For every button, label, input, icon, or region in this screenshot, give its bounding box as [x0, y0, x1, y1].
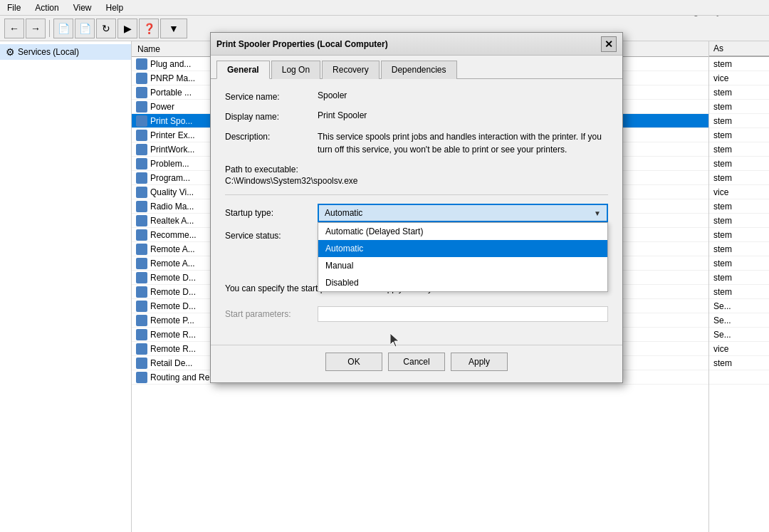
- dropdown-item-disabled[interactable]: Disabled: [318, 274, 607, 291]
- right-col-cell: vice: [709, 185, 769, 199]
- right-col-label: As: [709, 41, 769, 56]
- service-gear-icon: [136, 272, 147, 283]
- right-col-cell: stem: [709, 128, 769, 142]
- toolbar-btn-1[interactable]: 📄: [53, 19, 73, 38]
- right-col-cell: stem: [709, 199, 769, 214]
- menu-help[interactable]: Help: [102, 1, 128, 14]
- service-gear-icon: [136, 115, 147, 127]
- service-gear-icon: [136, 101, 147, 113]
- service-gear-icon: [136, 87, 147, 98]
- tree-node-label: Services (Local): [18, 47, 79, 57]
- right-col-cell: stem: [709, 57, 769, 71]
- service-gear-icon: [136, 286, 147, 298]
- startup-dropdown-list[interactable]: Automatic (Delayed Start) Automatic Manu…: [318, 222, 608, 292]
- menu-action[interactable]: Action: [31, 1, 63, 14]
- service-status-label: Service status:: [225, 231, 318, 241]
- service-gear-icon: [136, 73, 147, 84]
- startup-select-container: Automatic ▼ Automatic (Delayed Start) Au…: [318, 204, 608, 222]
- tab-logon[interactable]: Log On: [271, 61, 320, 79]
- dialog-title: Print Spooler Properties (Local Computer…: [216, 39, 388, 49]
- toolbar-btn-3[interactable]: ↻: [96, 19, 116, 38]
- service-gear-icon: [136, 215, 147, 226]
- display-name-row: Display name: Print Spooler: [225, 110, 608, 122]
- dialog-title-bar: Print Spooler Properties (Local Computer…: [211, 33, 622, 56]
- service-name-label: Service name:: [225, 90, 318, 102]
- service-gear-icon: [136, 343, 147, 355]
- path-section: Path to executable: C:\Windows\System32\…: [225, 165, 608, 186]
- start-params-input[interactable]: [318, 306, 608, 322]
- service-gear-icon: [136, 58, 147, 70]
- right-col-cell: stem: [709, 242, 769, 256]
- service-gear-icon: [136, 301, 147, 312]
- toolbar-btn-4[interactable]: ▶: [117, 19, 137, 38]
- menu-file[interactable]: File: [3, 1, 25, 14]
- right-col-cell: stem: [709, 157, 769, 171]
- dialog-close-button[interactable]: ✕: [601, 36, 617, 52]
- dialog-tabs: General Log On Recovery Dependencies: [211, 56, 622, 79]
- description-label: Description:: [225, 130, 318, 142]
- cancel-button[interactable]: Cancel: [388, 353, 445, 371]
- service-gear-icon: [136, 144, 147, 155]
- right-col-values: stemvicestemstemstemstemstemstemstemvice…: [709, 57, 769, 385]
- startup-type-row: Startup type: Automatic ▼ Automatic (Del…: [225, 204, 608, 222]
- tab-recovery[interactable]: Recovery: [322, 61, 380, 79]
- service-gear-icon: [136, 244, 147, 255]
- right-col-cell: Se...: [709, 313, 769, 328]
- toolbar-btn-2[interactable]: 📄: [75, 19, 95, 38]
- divider: [225, 194, 608, 195]
- right-col-cell: Se...: [709, 328, 769, 342]
- toolbar-btn-6[interactable]: ▼: [160, 19, 187, 38]
- right-col-cell: stem: [709, 214, 769, 228]
- right-col-header: As: [709, 41, 769, 57]
- service-gear-icon: [136, 172, 147, 184]
- service-gear-icon: [136, 258, 147, 269]
- start-params-label: Start parameters:: [225, 309, 318, 319]
- right-col-cell: stem: [709, 285, 769, 299]
- service-name-row: Service name: Spooler: [225, 90, 608, 102]
- menu-view[interactable]: View: [69, 1, 96, 14]
- display-name-value: Print Spooler: [318, 110, 608, 120]
- right-col-cell: stem: [709, 256, 769, 271]
- apply-button[interactable]: Apply: [451, 353, 508, 371]
- right-col-cell: vice: [709, 71, 769, 85]
- service-gear-icon: [136, 229, 147, 241]
- right-col-cell: stem: [709, 114, 769, 128]
- start-params-row: Start parameters:: [225, 306, 608, 322]
- service-gear-icon: [136, 187, 147, 198]
- back-button[interactable]: ←: [4, 19, 24, 38]
- toolbar-separator: [49, 20, 50, 37]
- right-col-cell: vice: [709, 342, 769, 356]
- select-arrow-icon: ▼: [594, 209, 601, 217]
- description-value: This service spools print jobs and handl…: [318, 130, 608, 156]
- right-col-cell: stem: [709, 142, 769, 157]
- path-label: Path to executable:: [225, 165, 608, 174]
- service-gear-icon: [136, 372, 147, 383]
- startup-type-selected-value: Automatic: [325, 208, 362, 218]
- menu-bar: File Action View Help: [0, 0, 769, 16]
- startup-type-select[interactable]: Automatic ▼: [318, 204, 608, 222]
- display-name-label: Display name:: [225, 110, 318, 122]
- tab-general[interactable]: General: [216, 61, 270, 79]
- dialog-body: Service name: Spooler Display name: Prin…: [211, 79, 622, 345]
- ok-button[interactable]: OK: [325, 353, 382, 371]
- right-col-cell: Se...: [709, 299, 769, 313]
- left-panel: ⚙ Services (Local): [0, 41, 132, 532]
- right-col-cell: [709, 370, 769, 385]
- tab-dependencies[interactable]: Dependencies: [381, 61, 457, 79]
- dialog: Print Spooler Properties (Local Computer…: [210, 32, 623, 383]
- toolbar-btn-5[interactable]: ❓: [139, 19, 159, 38]
- dropdown-item-manual[interactable]: Manual: [318, 257, 607, 274]
- right-col-cell: stem: [709, 228, 769, 242]
- service-gear-icon: [136, 130, 147, 141]
- right-col-cell: stem: [709, 85, 769, 100]
- right-panel: As stemvicestemstemstemstemstemstemstemv…: [708, 41, 769, 532]
- dropdown-item-automatic[interactable]: Automatic: [318, 240, 607, 257]
- service-gear-icon: [136, 358, 147, 369]
- dropdown-item-delayed[interactable]: Automatic (Delayed Start): [318, 223, 607, 240]
- forward-button[interactable]: →: [26, 19, 46, 38]
- tree-node-services-local[interactable]: ⚙ Services (Local): [0, 44, 131, 60]
- startup-type-label: Startup type:: [225, 208, 318, 218]
- service-gear-icon: [136, 201, 147, 212]
- service-gear-icon: [136, 315, 147, 326]
- services-icon: ⚙: [6, 46, 15, 58]
